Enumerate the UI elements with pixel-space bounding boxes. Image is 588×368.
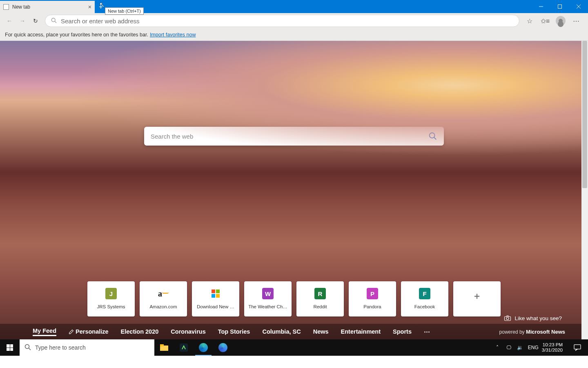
svg-line-5 bbox=[55, 21, 56, 23]
quick-link-tile[interactable]: aAmazon.com bbox=[140, 281, 187, 316]
tray-monitor-icon[interactable]: 🖵 bbox=[505, 345, 512, 350]
edge-canary-icon bbox=[218, 343, 227, 352]
address-bar[interactable]: Search or enter web address bbox=[45, 15, 519, 27]
svg-line-8 bbox=[434, 137, 437, 140]
taskbar-app-generic[interactable] bbox=[174, 339, 194, 356]
feed-nav-item[interactable]: News bbox=[313, 328, 329, 335]
quick-link-tile[interactable]: FFacebook bbox=[401, 281, 448, 316]
maximize-button[interactable] bbox=[550, 0, 569, 13]
plus-icon: ＋ bbox=[471, 290, 483, 302]
add-quick-link-button[interactable]: ＋ bbox=[453, 281, 501, 316]
tray-chevron-up-icon[interactable]: ˄ bbox=[494, 345, 501, 350]
tile-label: JRS Systems bbox=[97, 304, 125, 309]
search-icon bbox=[51, 18, 57, 25]
quick-links-row: JJRS SystemsaAmazon.comDownload New …WTh… bbox=[87, 281, 501, 316]
page-settings-button[interactable] bbox=[550, 60, 559, 70]
web-search-input[interactable] bbox=[151, 133, 428, 140]
page-viewport: JJRS SystemsaAmazon.comDownload New …WTh… bbox=[0, 41, 588, 339]
tile-icon: J bbox=[105, 288, 117, 299]
like-text: Like what you see? bbox=[514, 315, 562, 321]
action-center-button[interactable] bbox=[569, 339, 586, 356]
taskbar-search-placeholder: Type here to search bbox=[35, 344, 86, 351]
edge-icon bbox=[199, 343, 208, 352]
tile-label: Facebook bbox=[414, 304, 435, 309]
window-controls bbox=[532, 0, 588, 13]
tile-label: The Weather Ch… bbox=[248, 304, 287, 309]
close-tab-button[interactable]: × bbox=[88, 4, 91, 10]
feed-nav-item[interactable]: Election 2020 bbox=[121, 328, 159, 335]
start-button[interactable] bbox=[0, 339, 20, 356]
svg-point-11 bbox=[25, 344, 29, 348]
favorite-star-button[interactable]: ☆ bbox=[523, 15, 537, 27]
tile-label: Download New … bbox=[197, 304, 234, 309]
profile-button[interactable] bbox=[554, 15, 568, 27]
back-button[interactable]: ← bbox=[3, 15, 16, 27]
svg-point-10 bbox=[506, 317, 509, 320]
tile-label: Amazon.com bbox=[149, 304, 177, 309]
forward-button[interactable]: → bbox=[16, 15, 29, 27]
tab-favicon-icon bbox=[3, 4, 9, 10]
favorites-list-button[interactable]: ✩≡ bbox=[538, 15, 552, 27]
new-tab-tooltip: New tab (Ctrl+T) bbox=[105, 7, 144, 15]
windows-taskbar: Type here to search ˄ 🖵 🔉 ENG 10:23 PM 3… bbox=[0, 339, 588, 356]
taskbar-search[interactable]: Type here to search bbox=[20, 339, 154, 356]
vertical-scrollbar[interactable] bbox=[581, 41, 588, 339]
close-window-button[interactable] bbox=[569, 0, 588, 13]
tab-title: New tab bbox=[12, 4, 30, 10]
taskbar-app-explorer[interactable] bbox=[154, 339, 174, 356]
quick-link-tile[interactable]: WThe Weather Ch… bbox=[244, 281, 292, 316]
feed-nav-item[interactable]: Columbia, SC bbox=[262, 328, 301, 335]
tray-date: 3/31/2020 bbox=[542, 348, 563, 353]
favorites-hint-bar: For quick access, place your favorites h… bbox=[0, 29, 588, 41]
tile-icon: W bbox=[262, 288, 274, 299]
refresh-button[interactable]: ↻ bbox=[29, 15, 42, 27]
pencil-icon bbox=[69, 329, 74, 334]
feed-nav-item[interactable]: Coronavirus bbox=[171, 328, 205, 335]
browser-tab[interactable]: New tab × bbox=[0, 1, 95, 13]
feed-nav-item[interactable]: Personalize bbox=[69, 328, 109, 335]
tray-language[interactable]: ENG bbox=[528, 345, 535, 350]
tile-icon bbox=[210, 288, 221, 299]
svg-point-6 bbox=[553, 63, 555, 65]
window-titlebar: New tab × + ↖ New tab (Ctrl+T) bbox=[0, 0, 588, 13]
svg-rect-16 bbox=[574, 345, 581, 349]
notification-icon bbox=[574, 344, 581, 351]
news-feed-nav: My FeedPersonalizeElection 2020Coronavir… bbox=[0, 324, 581, 339]
svg-rect-15 bbox=[180, 343, 188, 352]
feed-nav-item[interactable]: My Feed bbox=[33, 328, 56, 336]
browser-toolbar: ← → ↻ Search or enter web address ☆ ✩≡ ⋯ bbox=[0, 13, 588, 29]
app-icon bbox=[180, 343, 188, 352]
feed-nav-item[interactable]: Sports bbox=[393, 328, 412, 335]
feed-nav-item[interactable]: Top Stories bbox=[218, 328, 250, 335]
import-favorites-link[interactable]: Import favorites now bbox=[150, 32, 196, 38]
scrollbar-thumb[interactable] bbox=[582, 41, 587, 188]
svg-point-4 bbox=[51, 18, 55, 22]
minimize-button[interactable] bbox=[532, 0, 550, 13]
tile-label: Pandora bbox=[363, 304, 381, 309]
quick-link-tile[interactable]: JJRS Systems bbox=[87, 281, 135, 316]
like-what-you-see[interactable]: Like what you see? bbox=[504, 315, 562, 321]
address-placeholder: Search or enter web address bbox=[61, 18, 140, 25]
tray-volume-icon[interactable]: 🔉 bbox=[517, 345, 524, 350]
tile-label: Reddit bbox=[313, 304, 327, 309]
tray-time: 10:23 PM bbox=[542, 342, 563, 348]
powered-by-label: powered by Microsoft News bbox=[499, 329, 565, 335]
quick-link-tile[interactable]: RReddit bbox=[296, 281, 344, 316]
feed-nav-item[interactable]: Entertainment bbox=[341, 328, 381, 335]
system-tray: ˄ 🖵 🔉 ENG 10:23 PM 3/31/2020 bbox=[494, 339, 588, 356]
quick-link-tile[interactable]: Download New … bbox=[192, 281, 239, 316]
taskbar-app-edge-canary[interactable] bbox=[213, 339, 233, 356]
more-menu-button[interactable]: ⋯ bbox=[569, 15, 583, 27]
feed-nav-more[interactable]: ⋯ bbox=[424, 328, 430, 335]
windows-logo-icon bbox=[7, 344, 13, 351]
search-icon bbox=[24, 344, 31, 352]
search-submit-icon[interactable] bbox=[428, 132, 437, 141]
tray-clock[interactable]: 10:23 PM 3/31/2020 bbox=[539, 342, 565, 353]
folder-icon bbox=[160, 344, 169, 351]
taskbar-apps bbox=[154, 339, 233, 356]
quick-link-tile[interactable]: PPandora bbox=[349, 281, 396, 316]
camera-icon bbox=[504, 315, 511, 321]
tile-icon: R bbox=[314, 288, 326, 299]
taskbar-app-edge[interactable] bbox=[194, 339, 213, 356]
web-search-box[interactable] bbox=[144, 127, 444, 146]
